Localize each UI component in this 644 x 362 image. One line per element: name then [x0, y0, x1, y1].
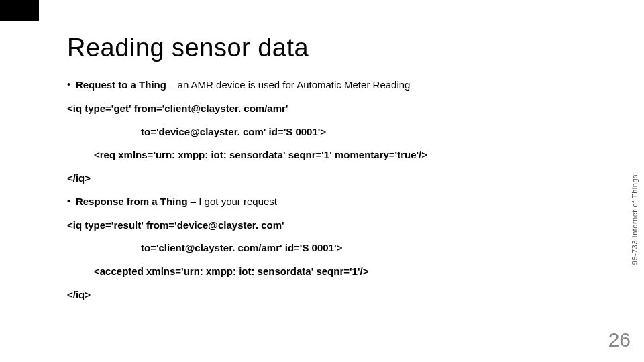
- code2-line1: <iq type='result' from='device@clayster.…: [67, 217, 577, 234]
- code1-line1: <iq type='get' from='client@clayster. co…: [67, 101, 577, 117]
- bullet-response: • Response from a Thing – I got your req…: [67, 194, 577, 210]
- code1-line3: <req xmlns='urn: xmpp: iot: sensordata' …: [67, 147, 577, 164]
- course-label: 95-733 Internet of Things: [631, 174, 639, 265]
- code2-line3: <accepted xmlns='urn: xmpp: iot: sensord…: [67, 263, 577, 280]
- bullet-dot: •: [67, 194, 70, 209]
- bullet-request: • Request to a Thing – an AMR device is …: [67, 77, 577, 94]
- slide-title: Reading sensor data: [67, 34, 577, 62]
- slide-body: • Request to a Thing – an AMR device is …: [67, 77, 577, 304]
- bullet-request-desc: – an AMR device is used for Automatic Me…: [166, 79, 411, 90]
- code2-line2: to='client@clayster. com/amr' id='S 0001…: [67, 240, 577, 257]
- code2-line4: </iq>: [67, 287, 577, 304]
- bullet-response-desc: – I got your request: [188, 196, 277, 207]
- page-number: 26: [608, 328, 631, 351]
- bullet-response-label: Response from a Thing: [76, 196, 188, 207]
- bullet-response-text: Response from a Thing – I got your reque…: [76, 194, 277, 210]
- code1-line4: </iq>: [67, 170, 577, 187]
- bullet-request-label: Request to a Thing: [76, 79, 166, 90]
- code1-line2: to='device@clayster. com' id='S 0001'>: [67, 124, 577, 141]
- slide-content: Reading sensor data • Request to a Thing…: [0, 0, 644, 362]
- bullet-dot: •: [67, 77, 70, 93]
- bullet-request-text: Request to a Thing – an AMR device is us…: [76, 77, 411, 94]
